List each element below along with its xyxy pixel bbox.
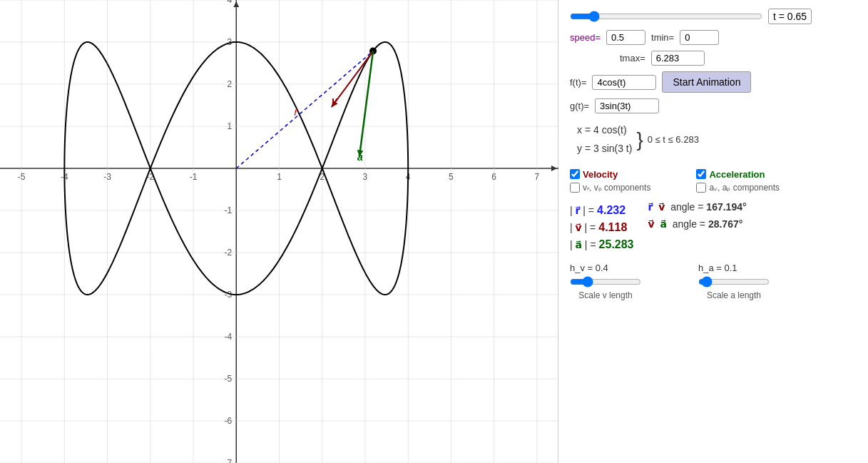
graph-area [0,0,558,463]
ft-input[interactable] [592,75,656,90]
graph-canvas [0,0,558,463]
hv-label: h_v = 0.4 [570,263,641,273]
mag-v-label: | v⃗ | = [570,222,596,233]
brace-symbol: } [636,130,643,150]
ft-label: f(t)= [570,77,586,88]
controls-panel: t = 0.65 speed= tmin= tmax= f(t)= Start … [558,0,868,463]
velocity-comp-checkbox[interactable] [570,183,580,193]
acceleration-comp-checkbox[interactable] [696,183,706,193]
acceleration-comp-label: aᵥ, aₚ components [709,183,780,193]
mag-v-value: 4.118 [598,221,627,234]
scale-v-label: Scale v length [570,290,641,300]
acceleration-check-label[interactable]: Acceleration [696,169,780,180]
checkbox-section: Velocity vᵣ, vₚ components Acceleration … [570,169,857,193]
velocity-comp-label: vᵣ, vₚ components [583,183,650,193]
ft-row: f(t)= Start Animation [570,71,857,93]
ha-slider[interactable] [698,276,770,288]
velocity-comp-check-label[interactable]: vᵣ, vₚ components [570,183,650,193]
tmax-row: tmax= [570,51,857,66]
mag-a-label: | a⃗ | = [570,239,596,250]
scale-section: h_v = 0.4 Scale v length h_a = 0.1 Scale… [570,263,857,300]
gt-input[interactable] [595,98,659,113]
hv-slider[interactable] [570,276,641,288]
speed-label: speed= [570,32,601,43]
acceleration-comp-check-label[interactable]: aᵥ, aₚ components [696,183,780,193]
start-animation-button[interactable]: Start Animation [662,71,751,93]
angle-rv-row: r⃗ v⃗ angle = 167.194° [648,201,747,213]
ha-label: h_a = 0.1 [698,263,770,273]
mag-v-row: | v⃗ | = 4.118 [570,221,634,234]
magnitudes-angles-section: | r⃗ | = 4.232 | v⃗ | = 4.118 | a⃗ | = 2… [570,201,857,251]
scale-a-col: h_a = 0.1 Scale a length [698,263,770,300]
eq-y: y = 3 sin(3 t) [577,141,632,158]
acceleration-checkbox[interactable] [696,169,706,179]
angle-rv-value: 167.194° [706,201,746,213]
tmin-label: tmin= [651,32,674,43]
gt-row: g(t)= [570,98,857,113]
mag-a-value: 25.283 [599,238,634,251]
speed-tmin-row: speed= tmin= [570,30,857,45]
magnitudes-col: | r⃗ | = 4.232 | v⃗ | = 4.118 | a⃗ | = 2… [570,204,634,251]
mag-r-label: | r⃗ | = [570,205,594,216]
eq-range: 0 ≤ t ≤ 6.283 [648,134,699,145]
scale-v-col: h_v = 0.4 Scale v length [570,263,641,300]
t-slider[interactable] [570,11,762,22]
scale-a-label: Scale a length [698,290,770,300]
velocity-check-label[interactable]: Velocity [570,169,650,180]
tmin-input[interactable] [680,30,719,45]
equations-display: x = 4 cos(t) y = 3 sin(3 t) } 0 ≤ t ≤ 6.… [570,122,857,158]
acceleration-label: Acceleration [709,169,765,180]
tmax-input[interactable] [651,51,705,66]
angle-va-row: v⃗ a⃗ angle = 28.767° [648,218,747,230]
angle-va-value: 28.767° [708,218,742,230]
velocity-checkbox[interactable] [570,169,580,179]
angles-col: r⃗ v⃗ angle = 167.194° v⃗ a⃗ angle = 28.… [648,201,747,230]
mag-r-row: | r⃗ | = 4.232 [570,204,634,217]
speed-input[interactable] [606,30,645,45]
t-display: t = 0.65 [768,9,812,24]
tmax-label: tmax= [620,53,645,63]
angle-rv-label: angle = [670,201,706,213]
mag-r-value: 4.232 [597,204,626,217]
mag-a-row: | a⃗ | = 25.283 [570,238,634,251]
gt-label: g(t)= [570,101,589,111]
eq-x: x = 4 cos(t) [577,122,632,139]
velocity-label: Velocity [583,169,618,180]
t-slider-row: t = 0.65 [570,9,857,24]
angle-va-label: angle = [673,218,708,230]
